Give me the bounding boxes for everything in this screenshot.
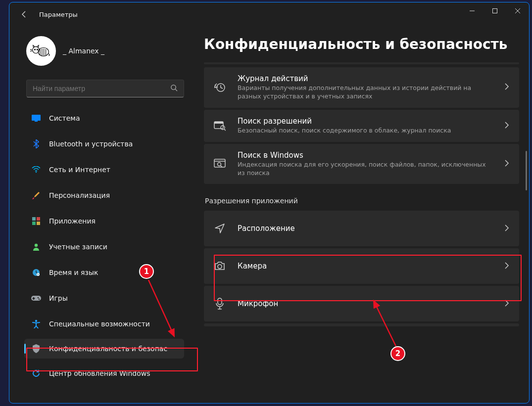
page-title: Конфиденциальность и безопасность [204, 36, 519, 52]
minimize-icon [470, 8, 475, 13]
scrollbar-thumb[interactable] [526, 151, 527, 190]
card-subtitle: Индексация поиска для его ускорения, пои… [238, 161, 493, 178]
card-title: Микрофон [238, 299, 493, 308]
sidebar-item-user[interactable]: Учетные записи [24, 237, 184, 257]
wifi-icon [31, 165, 41, 175]
card-body: Поиск в Windows Индексация поиска для ег… [238, 151, 493, 178]
card-subtitle: Варианты получения дополнительных данных… [238, 84, 493, 101]
search-box[interactable] [26, 80, 184, 97]
svg-line-16 [175, 89, 177, 91]
card-body: Микрофон [238, 299, 493, 308]
svg-point-10 [35, 49, 36, 50]
card-subtitle: Безопасный поиск, поиск содержимого в об… [238, 127, 493, 135]
arrow-left-icon [20, 10, 28, 18]
sidebar-item-label: Время и язык [49, 269, 177, 276]
chevron-right-icon [504, 160, 511, 168]
sidebar-item-shield[interactable]: Конфиденциальность и безопас [24, 339, 184, 359]
sidebar-item-label: Специальные возможности [49, 320, 177, 328]
location-icon [213, 222, 227, 235]
maximize-button[interactable] [484, 2, 506, 19]
card-body: Расположение [238, 224, 493, 233]
svg-point-19 [36, 172, 37, 173]
settings-window: Параметры [9, 2, 530, 404]
access-icon [31, 319, 41, 329]
avatar-cat-icon [30, 40, 52, 62]
annotation-badge-2: 2 [390, 346, 405, 361]
card-sliver [204, 323, 519, 326]
svg-point-36 [221, 126, 225, 130]
sidebar-item-access[interactable]: Специальные возможности [24, 314, 184, 334]
sidebar-item-label: Приложения [49, 217, 177, 225]
window-title: Параметры [39, 11, 78, 18]
svg-point-4 [38, 47, 48, 56]
settings-card-history[interactable]: Журнал действий Варианты получения допол… [204, 67, 519, 108]
svg-rect-21 [37, 217, 40, 221]
clock-icon [31, 268, 41, 277]
sidebar-item-gamepad[interactable]: Игры [24, 288, 184, 308]
mic-icon [213, 297, 227, 311]
card-body: Поиск разрешений Безопасный поиск, поиск… [238, 117, 493, 135]
scroll-sliver [204, 62, 519, 64]
close-button[interactable] [506, 2, 529, 19]
svg-point-40 [218, 162, 221, 166]
svg-point-11 [37, 49, 38, 50]
svg-rect-35 [214, 122, 223, 124]
svg-point-24 [35, 244, 38, 247]
sidebar-item-label: Конфиденциальность и безопас [49, 345, 177, 353]
brush-icon [31, 190, 41, 200]
settings-card-permsearch[interactable]: Поиск разрешений Безопасный поиск, поиск… [204, 110, 519, 142]
settings-card-camera[interactable]: Камера [204, 248, 519, 284]
sidebar-item-apps[interactable]: Приложения [24, 211, 184, 231]
sidebar-item-refresh[interactable]: Центр обновления Windows [24, 363, 184, 383]
permsearch-icon [213, 119, 227, 133]
svg-point-15 [171, 85, 176, 90]
settings-card-winsearch[interactable]: Поиск в Windows Индексация поиска для ег… [204, 144, 519, 184]
winsearch-icon [213, 157, 227, 171]
svg-line-12 [30, 49, 32, 50]
sidebar-item-label: Игры [49, 294, 177, 302]
card-title: Журнал действий [238, 74, 493, 83]
svg-rect-17 [32, 115, 41, 121]
shield-icon [31, 344, 41, 354]
system-icon [31, 113, 41, 123]
svg-rect-1 [493, 9, 497, 13]
back-button[interactable] [18, 8, 30, 20]
svg-line-37 [224, 129, 226, 131]
annotation-badge-1: 1 [139, 264, 154, 279]
svg-point-31 [39, 299, 40, 300]
gamepad-icon [31, 293, 41, 303]
svg-point-42 [218, 265, 222, 269]
bluetooth-icon [31, 139, 41, 149]
settings-card-mic[interactable]: Микрофон [204, 286, 519, 321]
svg-rect-18 [35, 121, 38, 122]
avatar [26, 36, 56, 66]
history-icon [213, 81, 227, 94]
svg-line-13 [30, 51, 32, 51]
sidebar: _ Almanex _ СистемаBluetooth и устройств… [9, 26, 190, 403]
settings-card-location[interactable]: Расположение [204, 211, 519, 246]
sidebar-item-label: Сеть и Интернет [49, 166, 177, 174]
chevron-right-icon [504, 83, 511, 91]
svg-rect-20 [32, 217, 36, 221]
sidebar-item-label: Центр обновления Windows [49, 369, 177, 377]
refresh-icon [31, 368, 41, 378]
profile-block[interactable]: _ Almanex _ [20, 36, 184, 66]
card-body: Журнал действий Варианты получения допол… [238, 74, 493, 101]
window-controls [461, 2, 529, 19]
chevron-right-icon [504, 122, 511, 130]
sidebar-item-bluetooth[interactable]: Bluetooth и устройства [24, 134, 184, 154]
svg-rect-23 [37, 222, 40, 225]
svg-point-5 [33, 46, 39, 53]
minimize-button[interactable] [461, 2, 484, 19]
username: _ Almanex _ [63, 47, 104, 55]
sidebar-item-clock[interactable]: Время и язык [24, 263, 184, 282]
sidebar-item-brush[interactable]: Персонализация [24, 185, 184, 205]
card-body: Камера [238, 262, 493, 271]
card-title: Поиск в Windows [238, 151, 493, 160]
sidebar-item-system[interactable]: Система [24, 108, 184, 128]
apps-icon [31, 216, 41, 226]
maximize-icon [492, 8, 497, 13]
card-title: Расположение [238, 224, 493, 233]
sidebar-item-wifi[interactable]: Сеть и Интернет [24, 160, 184, 180]
search-input[interactable] [33, 85, 170, 92]
